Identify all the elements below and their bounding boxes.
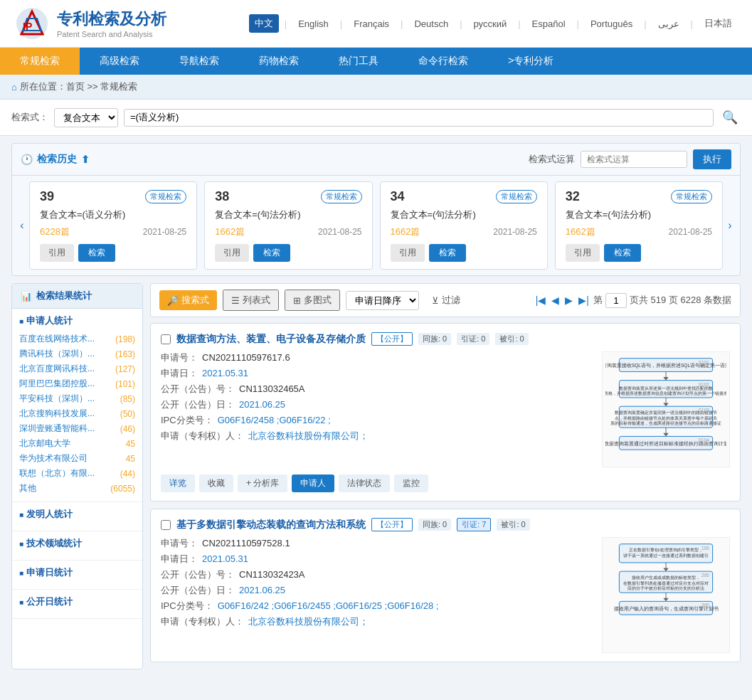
applicant-link-3[interactable]: 北京百度网讯科技... [19, 363, 95, 375]
applicant-link-4[interactable]: 阿里巴巴集团控股... [19, 378, 95, 390]
history-card-1: 39 常规检索 复合文本=(语义分析) 6228篇 2021-08-25 引用 … [29, 181, 197, 270]
filter-button[interactable]: ⊻ 过滤 [425, 291, 467, 309]
card-cite-2[interactable]: 引用 [215, 244, 249, 262]
formula-label: 检索式运算 [529, 153, 575, 166]
nav-drug-search[interactable]: 药物检索 [239, 48, 319, 75]
action-detail-1[interactable]: 详览 [161, 474, 195, 492]
pub-num-label-1: 公开（公告）号： [161, 383, 235, 396]
nav-regular-search[interactable]: 常规检索 [0, 48, 80, 75]
patent-body-1: 申请号： CN2021110597617.6 申请日： 2021.05.31 公… [161, 351, 730, 467]
patent-checkbox-1[interactable] [161, 334, 171, 344]
nav-command-search[interactable]: 命令行检索 [398, 48, 488, 75]
applicant-link-9[interactable]: 华为技术有限公司 [19, 452, 88, 465]
card-cite-3[interactable]: 引用 [391, 244, 425, 262]
search-type-select[interactable]: 复合文本 标题 摘要 [54, 108, 118, 127]
svg-text:IP: IP [23, 21, 32, 32]
prev-page-nav[interactable]: ◀ [550, 295, 561, 306]
applicant-link-2[interactable]: 腾讯科技（深圳）... [19, 348, 95, 360]
lang-portuguese[interactable]: Português [585, 16, 638, 32]
patent-title-2[interactable]: 基于多数据引擎动态装载的查询方法和系统 [176, 519, 366, 531]
patent-card-1: 数据查询方法、装置、电子设备及存储介质 【公开】 同族: 0 引证: 0 被引:… [150, 323, 741, 502]
patent-checkbox-2[interactable] [161, 520, 171, 530]
nav-navigation-search[interactable]: 导航检索 [159, 48, 239, 75]
collapse-icon[interactable]: ⬆ [81, 154, 90, 165]
card-query-2: 复合文本=(句法分析) [215, 208, 361, 221]
card-cite-4[interactable]: 引用 [566, 244, 600, 262]
history-card-3: 34 常规检索 复合文本=(句法分析) 1662篇 2021-08-25 引用 … [380, 181, 548, 270]
pub-date-label-2: 公开（公告）日： [161, 584, 235, 597]
action-applicant-1[interactable]: 申请人 [292, 474, 334, 492]
tech-stats-title[interactable]: 技术领域统计 [19, 537, 135, 550]
lang-french[interactable]: Français [348, 16, 395, 32]
sidebar-item: 其他 (6055) [19, 481, 135, 496]
action-legal-1[interactable]: 法律状态 [339, 474, 390, 492]
pubdate-stats-title[interactable]: 公开日统计 [19, 595, 135, 608]
card-cite-1[interactable]: 引用 [40, 244, 74, 262]
card-search-4[interactable]: 检索 [604, 244, 641, 262]
applicant-link-5[interactable]: 平安科技（深圳）... [19, 393, 95, 405]
applicant-value-2[interactable]: 北京谷数科技股份有限公司； [248, 615, 369, 628]
lang-german[interactable]: Deutsch [408, 16, 454, 32]
search-button[interactable]: 🔍 [719, 107, 741, 128]
lang-russian[interactable]: русский [468, 16, 513, 32]
svg-text:系的目标传输通道，生成两述路径连接节点的目标路通接证: 系的目标传输通道，生成两述路径连接节点的目标路通接证 [610, 420, 721, 425]
prev-history-nav[interactable]: ‹ [15, 219, 29, 232]
card-num-3: 34 [391, 189, 405, 204]
page-input[interactable] [605, 293, 627, 308]
next-page-nav[interactable]: ▶ [563, 295, 574, 306]
nav-hot-tools[interactable]: 热门工具 [319, 48, 398, 75]
svg-text:讲干该一系统通过一连接通过系列数据创建引: 讲干该一系统通过一连接通过系列数据创建引 [623, 553, 709, 558]
applicant-row-2: 申请（专利权）人： 北京谷数科技股份有限公司； [161, 615, 593, 628]
action-monitor-1[interactable]: 监控 [394, 474, 428, 492]
card-search-2[interactable]: 检索 [253, 244, 290, 262]
nav-patent-analysis[interactable]: >专利分析 [488, 48, 573, 75]
card-actions-1: 引用 检索 [40, 244, 186, 262]
inventor-stats-title[interactable]: 发明人统计 [19, 508, 135, 521]
logo: IP 专利检索及分析 Patent Search and Analysis [14, 6, 166, 41]
applicant-link-1[interactable]: 百度在线网络技术... [19, 333, 95, 345]
last-page-nav[interactable]: ▶| [577, 295, 591, 306]
sort-select[interactable]: 申请日降序 申请日升序 公开日降序 [346, 291, 419, 310]
ipc-value-2[interactable]: G06F16/242 ;G06F16/2455 ;G06F16/25 ;G06F… [218, 600, 439, 611]
patent-title-1[interactable]: 数据查询方法、装置、电子设备及存储介质 [176, 333, 366, 346]
action-analyze-1[interactable]: + 分析库 [238, 474, 287, 492]
card-search-1[interactable]: 检索 [78, 244, 115, 262]
lang-arabic[interactable]: عربی [652, 16, 685, 32]
action-collect-1[interactable]: 收藏 [199, 474, 233, 492]
applicant-link-10[interactable]: 联想（北京）有限... [19, 467, 95, 479]
applicant-value-1[interactable]: 北京谷数科技股份有限公司； [248, 430, 369, 442]
applicant-link-6[interactable]: 北京搜狗科技发展... [19, 408, 95, 420]
next-history-nav[interactable]: › [723, 219, 737, 232]
exec-button[interactable]: 执行 [693, 149, 731, 169]
view-list[interactable]: ☰ 列表式 [223, 290, 279, 311]
app-date-row-2: 申请日： 2021.05.31 [161, 553, 593, 566]
card-count-2: 1662篇 [215, 226, 245, 238]
lang-spanish[interactable]: Español [526, 16, 571, 32]
results-panel: 🔎 搜索式 ☰ 列表式 ⊞ 多图式 申请日降序 申请日升序 公开日降序 ⊻ 过滤 [150, 283, 741, 669]
status-badge-2: 【公开】 [371, 518, 413, 531]
lang-english[interactable]: English [292, 16, 334, 32]
applicant-link-other[interactable]: 其他 [19, 482, 36, 494]
applicant-stats-title[interactable]: 申请人统计 [19, 314, 135, 327]
formula-input[interactable] [581, 151, 687, 168]
lang-japanese[interactable]: 日本語 [699, 14, 738, 33]
search-bar: 检索式： 复合文本 标题 摘要 🔍 [0, 100, 752, 136]
page-label: 第 [593, 294, 603, 307]
view-grid[interactable]: ⊞ 多图式 [285, 290, 340, 311]
svg-marker-30 [663, 568, 669, 571]
ipc-value-1[interactable]: G06F16/2458 ;G06F16/22 ; [218, 415, 331, 425]
logo-title: 专利检索及分析 [57, 9, 166, 30]
search-input[interactable] [130, 112, 707, 123]
lang-chinese[interactable]: 中文 [249, 14, 279, 33]
first-page-nav[interactable]: |◀ [534, 295, 548, 306]
applicant-link-7[interactable]: 深圳壹账通智能科... [19, 423, 95, 435]
applicant-label-2: 申请（专利权）人： [161, 615, 244, 628]
view-search-formula[interactable]: 🔎 搜索式 [159, 290, 217, 310]
card-search-3[interactable]: 检索 [429, 244, 466, 262]
logo-subtitle: Patent Search and Analysis [57, 30, 166, 38]
card-query-3: 复合文本=(句法分析) [391, 208, 537, 221]
card-meta-4: 1662篇 2021-08-25 [566, 226, 712, 238]
nav-advanced-search[interactable]: 高级检索 [80, 48, 159, 75]
applicant-link-8[interactable]: 北京邮电大学 [19, 438, 70, 450]
appdate-stats-title[interactable]: 申请日统计 [19, 566, 135, 579]
